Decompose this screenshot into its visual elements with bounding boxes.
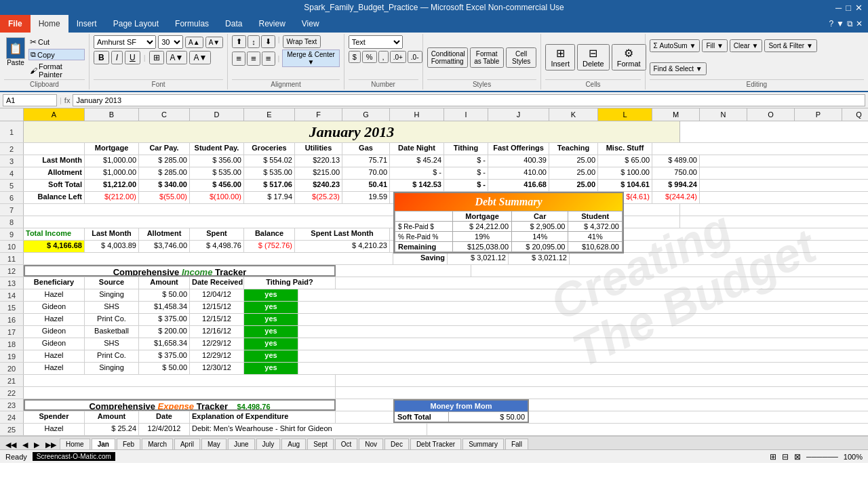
cell[interactable]: Last Month — [24, 155, 85, 167]
cell[interactable]: $ 340.00 — [139, 180, 190, 191]
col-header-e[interactable]: E — [244, 108, 295, 121]
cell[interactable]: $ 50.00 — [139, 363, 190, 374]
cell[interactable]: $1,458.34 — [139, 302, 190, 313]
cell[interactable]: $220.13 — [295, 155, 342, 167]
delete-btn[interactable]: ⊟Delete — [577, 44, 610, 70]
cell[interactable]: 12/29/12 — [190, 338, 244, 350]
cell[interactable]: Gideon — [24, 338, 85, 350]
cell[interactable]: $240.23 — [295, 180, 342, 191]
cell[interactable]: $ 4,166.68 — [24, 241, 85, 252]
sheet-tab-nov[interactable]: Nov — [359, 439, 383, 449]
bold-btn[interactable]: B — [94, 51, 109, 64]
cell[interactable]: Hazel — [24, 314, 85, 325]
cell[interactable]: Student Pay. — [190, 143, 244, 155]
col-header-d[interactable]: D — [190, 108, 244, 121]
merge-center-btn[interactable]: Merge & Center ▼ — [282, 49, 339, 67]
insert-btn[interactable]: ⊞Insert — [545, 44, 575, 70]
cell[interactable]: 400.39 — [488, 155, 549, 167]
sheet-tab-debt-tracker[interactable]: Debt Tracker — [410, 439, 461, 449]
sheet-tab-oct[interactable]: Oct — [335, 439, 358, 449]
cell[interactable]: 12/15/12 — [190, 314, 244, 325]
sheet-tab-aug[interactable]: Aug — [281, 439, 306, 449]
increase-font-btn[interactable]: A▲ — [185, 37, 203, 48]
cell[interactable]: $ 200.00 — [139, 326, 190, 338]
format-btn[interactable]: ⚙Format — [612, 44, 646, 70]
col-header-a[interactable]: A — [24, 108, 85, 121]
underline-btn[interactable]: U — [125, 51, 140, 64]
cell[interactable]: Source — [85, 277, 139, 289]
cell[interactable]: $ 65.00 — [598, 155, 652, 167]
col-header-o[interactable]: O — [747, 108, 795, 121]
cell[interactable]: $(55.00) — [139, 192, 190, 203]
name-box[interactable] — [3, 94, 57, 106]
zoom-slider[interactable]: ────── — [806, 453, 838, 461]
cell[interactable]: $3,746.00 — [139, 241, 190, 252]
cell[interactable]: 70.00 — [342, 167, 390, 179]
col-header-c[interactable]: C — [139, 108, 190, 121]
cell[interactable]: Amount — [85, 411, 139, 423]
cell[interactable]: Basketball — [85, 326, 139, 338]
align-middle-btn[interactable]: ↕ — [248, 35, 260, 48]
cell[interactable]: 19.59 — [342, 192, 390, 203]
sheet-tab-fall[interactable]: Fall — [505, 439, 528, 449]
decrease-decimal-btn[interactable]: .0- — [408, 51, 422, 63]
col-header-l[interactable]: L — [598, 108, 652, 121]
cell[interactable]: 12/29/12 — [190, 350, 244, 362]
formula-input[interactable] — [73, 94, 865, 106]
cell[interactable]: yes — [244, 326, 298, 338]
ribbon-tab-pagelayout[interactable]: Page Layout — [105, 15, 167, 33]
cell-a1[interactable]: January 2013 — [24, 121, 680, 142]
cell[interactable]: Tithing Paid? — [244, 277, 336, 289]
cell[interactable]: 12/04/12 — [190, 289, 244, 301]
cell[interactable]: $ 994.24 — [652, 180, 700, 191]
cell[interactable]: Print Co. — [85, 314, 139, 325]
fill-color-btn[interactable]: A▼ — [166, 51, 188, 64]
cell[interactable]: $ 456.00 — [190, 180, 244, 191]
cell[interactable]: $ 4,498.76 — [190, 241, 244, 252]
maximize-btn[interactable]: □ — [846, 3, 851, 13]
cell[interactable]: Allotment — [139, 228, 190, 240]
cell[interactable]: Balance Left — [24, 192, 85, 203]
cell[interactable]: Allotment — [24, 167, 85, 179]
font-size-select[interactable]: 30 — [158, 35, 183, 49]
cell[interactable]: yes — [244, 289, 298, 301]
cell[interactable]: Singing — [85, 363, 139, 374]
ribbon-tab-data[interactable]: Data — [217, 15, 250, 33]
ribbon-tab-view[interactable]: View — [294, 15, 328, 33]
cell[interactable]: $(100.00) — [190, 192, 244, 203]
cell[interactable]: Singing — [85, 289, 139, 301]
cell[interactable] — [24, 143, 85, 155]
cell[interactable]: Teaching — [549, 143, 598, 155]
cell[interactable]: $1,000.00 — [85, 155, 139, 167]
col-header-j[interactable]: J — [488, 108, 549, 121]
cell[interactable]: Soft Total — [24, 180, 85, 191]
window-close-icon[interactable]: ✕ — [856, 19, 863, 28]
cell[interactable]: 12/30/12 — [190, 363, 244, 374]
cell[interactable]: Mortgage — [85, 143, 139, 155]
cell[interactable]: $ 285.00 — [139, 167, 190, 179]
cell[interactable]: Amount — [139, 277, 190, 289]
align-left-btn[interactable]: ≡ — [232, 52, 245, 66]
comma-btn[interactable]: , — [378, 51, 389, 63]
cell[interactable]: 75.71 — [342, 155, 390, 167]
cell[interactable]: SHS — [85, 302, 139, 313]
font-color-btn[interactable]: A▼ — [189, 51, 211, 64]
cell-styles-btn[interactable]: Cell Styles — [506, 47, 537, 68]
cell[interactable]: Hazel — [24, 350, 85, 362]
col-header-k[interactable]: K — [549, 108, 598, 121]
cell-expense-tracker-title[interactable]: Comprehensive Expense Tracker $4,498.76 — [24, 399, 336, 411]
help-icon[interactable]: ? — [829, 19, 833, 28]
cell[interactable]: $ 535.00 — [244, 167, 295, 179]
tab-nav-right[interactable]: ▶▶ — [43, 441, 59, 449]
sheet-tab-march[interactable]: March — [142, 439, 173, 449]
cell[interactable]: 416.68 — [488, 180, 549, 191]
normal-view-icon[interactable]: ⊞ — [770, 452, 776, 462]
cell[interactable]: $215.00 — [295, 167, 342, 179]
cell[interactable]: $1,212.00 — [85, 180, 139, 191]
increase-decimal-btn[interactable]: .0+ — [390, 51, 406, 63]
cell[interactable]: $ 4,210.23 — [295, 241, 390, 252]
sheet-tab-feb[interactable]: Feb — [117, 439, 140, 449]
conditional-formatting-btn[interactable]: Conditional Formatting — [427, 47, 468, 68]
cell[interactable]: 410.00 — [488, 167, 549, 179]
italic-btn[interactable]: I — [111, 51, 123, 64]
